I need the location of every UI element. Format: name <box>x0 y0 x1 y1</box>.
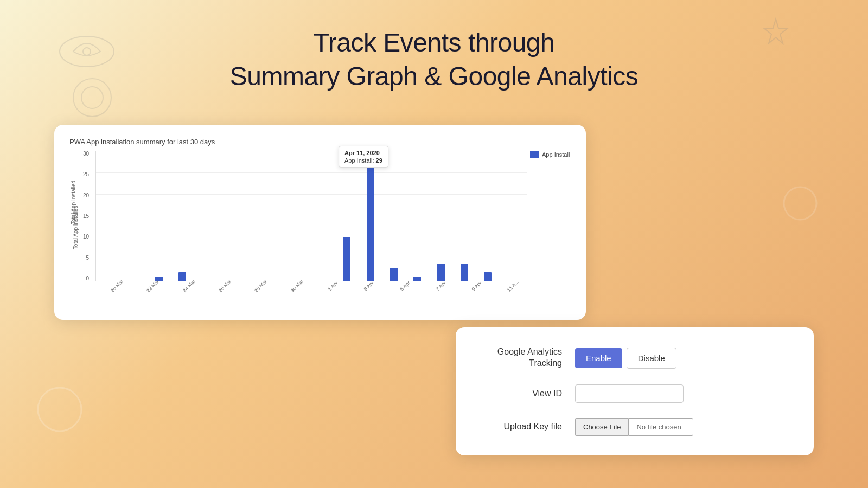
svg-point-0 <box>60 36 114 67</box>
file-input-wrapper: Choose File No file chosen <box>575 418 693 436</box>
chart-tooltip: Apr 11, 2020 App Install: 29 <box>339 146 388 168</box>
page-title-line2: Summary Graph & Google Analytics <box>0 60 868 93</box>
svg-marker-2 <box>764 19 788 43</box>
bar-group-16 <box>476 151 500 281</box>
bar-group-4 <box>194 151 218 281</box>
tracking-row: Google Analytics Tracking Enable Disable <box>477 346 792 369</box>
bar-group-8 <box>288 151 311 281</box>
bar-group-0 <box>100 151 124 281</box>
bar-group-2 <box>148 151 171 281</box>
rocket-deco <box>57 30 117 73</box>
svg-point-3 <box>73 79 111 117</box>
bar-group-9 <box>312 151 335 281</box>
y-label-20: 20 <box>83 193 89 198</box>
bar-11 <box>367 156 374 281</box>
y-label-15: 15 <box>83 214 89 219</box>
choose-file-button[interactable]: Choose File <box>575 418 628 436</box>
bar-group-11 <box>359 151 382 281</box>
svg-point-1 <box>83 48 91 55</box>
page-title-area: Track Events through Summary Graph & Goo… <box>0 0 868 94</box>
bar-group-14 <box>429 151 452 281</box>
star-deco <box>760 16 792 49</box>
y-label-30: 30 <box>83 151 89 157</box>
x-axis: 20 Mar22 Mar24 Mar26 Mar28 Mar30 Mar1 Ap… <box>95 282 527 298</box>
y-label-5: 5 <box>86 255 89 261</box>
bars-container <box>96 151 527 281</box>
bar-group-5 <box>218 151 241 281</box>
upload-row: Upload Key file Choose File No file chos… <box>477 418 792 436</box>
tooltip-value: App Install: 29 <box>344 157 382 164</box>
tooltip-label: App Install: <box>344 157 374 164</box>
bar-group-1 <box>124 151 147 281</box>
file-name-display: No file chosen <box>628 418 693 436</box>
bar-3 <box>178 272 186 281</box>
chart-plot: Apr 11, 2020 App Install: 29 <box>95 151 527 281</box>
view-id-input[interactable] <box>575 384 684 403</box>
tooltip-date: Apr 11, 2020 <box>344 150 382 156</box>
bar-group-12 <box>382 151 405 281</box>
disable-button[interactable]: Disable <box>627 348 676 369</box>
y-label-10: 10 <box>83 234 89 240</box>
chart-legend: App Install <box>530 151 571 158</box>
chart-card: PWA App installation summary for last 30… <box>54 125 586 320</box>
bar-group-10 <box>335 151 359 281</box>
view-id-label: View ID <box>477 388 575 400</box>
cards-area: PWA App installation summary for last 30… <box>54 125 814 455</box>
chart-title: PWA App installation summary for last 30… <box>69 138 571 146</box>
upload-control: Choose File No file chosen <box>575 418 792 436</box>
legend-item: App Install <box>530 151 571 158</box>
bar-15 <box>461 264 468 281</box>
bar-group-7 <box>265 151 288 281</box>
upload-label: Upload Key file <box>477 421 575 433</box>
tracking-control: Enable Disable <box>575 348 792 369</box>
tracking-label: Google Analytics Tracking <box>477 346 575 369</box>
view-id-row: View ID <box>477 384 792 403</box>
svg-point-4 <box>81 87 103 108</box>
legend-label: App Install <box>542 151 570 158</box>
analytics-card: Google Analytics Tracking Enable Disable… <box>456 327 814 455</box>
enable-button[interactable]: Enable <box>575 348 622 368</box>
y-axis-title-text: Total App Installed <box>73 206 79 249</box>
bar-group-15 <box>452 151 476 281</box>
y-label-0: 0 <box>86 276 89 281</box>
circles-deco-tl <box>71 76 114 119</box>
view-id-control <box>575 384 792 403</box>
chart-area: Total App Installed 0 5 10 15 20 25 30 <box>69 151 571 298</box>
bar-group-6 <box>241 151 265 281</box>
bar-group-17 <box>500 151 523 281</box>
tooltip-number: 29 <box>376 157 382 164</box>
bar-group-3 <box>171 151 194 281</box>
legend-color <box>530 151 539 158</box>
bar-12 <box>390 268 398 281</box>
bar-group-13 <box>406 151 429 281</box>
y-label-25: 25 <box>83 172 89 177</box>
page-title-line1: Track Events through <box>0 26 868 60</box>
